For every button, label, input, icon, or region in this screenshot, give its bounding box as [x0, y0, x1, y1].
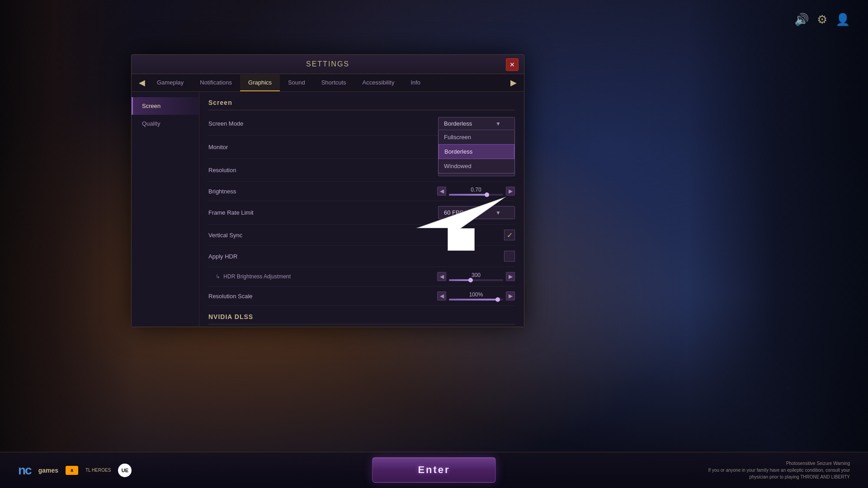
dlss-section-header: NVIDIA DLSS: [208, 313, 515, 324]
screen-mode-dropdown-container: Borderless ▼ Fullscreen Borderless Windo…: [438, 117, 515, 130]
resolution-scale-slider-track[interactable]: [449, 299, 503, 300]
screen-mode-label: Screen Mode: [208, 120, 243, 127]
settings-icon[interactable]: ⚙: [817, 13, 827, 27]
hdr-brightness-slider-fill: [449, 279, 471, 281]
hdr-brightness-slider-wrap: 300: [449, 272, 503, 281]
modal-header: Settings ✕: [132, 55, 524, 74]
screen-mode-dropdown[interactable]: Borderless ▼: [438, 117, 515, 130]
tab-shortcuts[interactable]: Shortcuts: [313, 75, 354, 91]
sidebar-item-screen[interactable]: Screen: [132, 97, 199, 115]
hdr-brightness-slider-thumb[interactable]: [468, 278, 473, 282]
sidebar-item-quality[interactable]: Quality: [132, 115, 199, 132]
seizure-warning-body: If you or anyone in your family have an …: [692, 467, 850, 480]
apply-hdr-row: Apply HDR: [208, 246, 515, 267]
hdr-brightness-decrease-button[interactable]: ◀: [437, 272, 446, 281]
resolution-scale-increase-button[interactable]: ▶: [506, 291, 515, 300]
vertical-sync-control: ✓: [438, 230, 515, 240]
brightness-row: Brightness ◀ 0.70 ▶: [208, 182, 515, 201]
tab-notifications[interactable]: Notifications: [192, 75, 240, 91]
brightness-decrease-button[interactable]: ◀: [437, 187, 446, 196]
amazon-logo: a: [66, 466, 78, 475]
seizure-warning-title: Photosensitive Seizure Warning: [692, 460, 850, 467]
tab-accessibility[interactable]: Accessibility: [354, 75, 403, 91]
sidebar: Screen Quality: [132, 92, 199, 327]
hdr-brightness-slider-control: ◀ 300 ▶: [437, 272, 515, 281]
monitor-label: Monitor: [208, 144, 228, 150]
screen-mode-control: Borderless ▼ Fullscreen Borderless Windo…: [438, 117, 515, 130]
frame-rate-dropdown-arrow: ▼: [495, 210, 501, 216]
resolution-scale-slider-control: ◀ 100% ▶: [437, 291, 515, 300]
apply-hdr-label: Apply HDR: [208, 253, 237, 260]
brightness-slider-wrap: 0.70: [449, 187, 503, 196]
screen-mode-value: Borderless: [444, 120, 472, 127]
hdr-arrow-prefix: ↳: [216, 273, 220, 280]
tabs-container: ◀ Gameplay Notifications Graphics Sound …: [132, 74, 524, 92]
nc-logo: nc: [18, 463, 31, 478]
screen-mode-dropdown-arrow: ▼: [495, 121, 501, 127]
screen-mode-row: Screen Mode Borderless ▼ Fullscreen Bord…: [208, 112, 515, 136]
tab-next-button[interactable]: ▶: [507, 74, 520, 91]
resolution-label: Resolution: [208, 167, 236, 174]
tab-gameplay[interactable]: Gameplay: [149, 75, 192, 91]
bottom-logos: nc games a TL HEROES UE: [18, 463, 132, 478]
apply-hdr-checkbox[interactable]: [504, 251, 515, 262]
modal-title: Settings: [306, 60, 349, 68]
apply-hdr-control: [438, 251, 515, 262]
modal-body: Screen Quality Screen Screen Mode Border…: [132, 92, 524, 327]
vertical-sync-checkbox[interactable]: ✓: [504, 230, 515, 240]
bg-left-pillar: [0, 0, 136, 488]
resolution-scale-slider-wrap: 100%: [449, 291, 503, 300]
frame-rate-dropdown[interactable]: 60 FPS ▼: [438, 206, 515, 219]
brightness-increase-button[interactable]: ▶: [506, 187, 515, 196]
seizure-warning: Photosensitive Seizure Warning If you or…: [692, 460, 850, 480]
top-right-icons: 🔊 ⚙ 👤: [794, 13, 850, 27]
resolution-scale-row: Resolution Scale ◀ 100% ▶: [208, 286, 515, 306]
enter-button[interactable]: Enter: [372, 457, 495, 483]
tab-prev-button[interactable]: ◀: [135, 74, 149, 91]
resolution-scale-control: ◀ 100% ▶: [437, 291, 515, 300]
tab-sound[interactable]: Sound: [280, 75, 313, 91]
option-fullscreen[interactable]: Fullscreen: [439, 130, 514, 144]
settings-modal: Settings ✕ ◀ Gameplay Notifications Grap…: [131, 54, 524, 327]
hdr-brightness-slider-track[interactable]: [449, 279, 503, 281]
screen-mode-dropdown-menu: Fullscreen Borderless Windowed: [438, 130, 515, 174]
frame-rate-label: Frame Rate Limit: [208, 209, 254, 216]
enter-button-wrap: Enter: [372, 457, 495, 483]
hdr-brightness-control: ◀ 300 ▶: [437, 272, 515, 281]
brightness-slider-fill: [449, 194, 487, 196]
tab-graphics[interactable]: Graphics: [240, 75, 280, 91]
settings-content: Screen Screen Mode Borderless ▼ Fullscre…: [199, 92, 524, 327]
resolution-scale-label: Resolution Scale: [208, 293, 253, 300]
brightness-slider-thumb[interactable]: [485, 192, 489, 197]
hdr-brightness-value: 300: [472, 272, 481, 278]
resolution-scale-slider-thumb[interactable]: [495, 297, 500, 302]
bottom-bar: nc games a TL HEROES UE Enter Photosensi…: [0, 452, 868, 488]
brightness-control: ◀ 0.70 ▶: [437, 187, 515, 196]
screen-section-header: Screen: [208, 99, 515, 110]
close-button[interactable]: ✕: [506, 58, 519, 71]
frame-rate-row: Frame Rate Limit 60 FPS ▼: [208, 201, 515, 225]
hdr-brightness-row: ↳ HDR Brightness Adjustment ◀ 300: [208, 267, 515, 286]
frame-rate-value: 60 FPS: [444, 209, 463, 216]
profile-icon[interactable]: 👤: [835, 13, 850, 27]
brightness-label: Brightness: [208, 188, 236, 195]
option-windowed[interactable]: Windowed: [439, 159, 514, 173]
hdr-brightness-label: ↳ HDR Brightness Adjustment: [208, 273, 291, 280]
vertical-sync-label: Vertical Sync: [208, 232, 242, 239]
frame-rate-control: 60 FPS ▼: [438, 206, 515, 219]
bg-right-pillar: [687, 0, 868, 488]
tl-heroes-logo: TL HEROES: [85, 468, 111, 473]
vertical-sync-checkmark: ✓: [507, 231, 513, 239]
dlss-section-divider: NVIDIA DLSS: [208, 313, 515, 324]
brightness-slider-track[interactable]: [449, 194, 503, 196]
games-logo: games: [38, 467, 58, 474]
hdr-brightness-increase-button[interactable]: ▶: [506, 272, 515, 281]
resolution-scale-slider-fill: [449, 299, 498, 300]
tab-info[interactable]: Info: [402, 75, 429, 91]
brightness-value: 0.70: [471, 187, 481, 193]
resolution-scale-decrease-button[interactable]: ◀: [437, 291, 446, 300]
option-borderless[interactable]: Borderless: [439, 144, 514, 159]
unreal-logo: UE: [118, 464, 132, 477]
resolution-scale-value: 100%: [469, 291, 483, 298]
sound-icon[interactable]: 🔊: [794, 13, 809, 27]
